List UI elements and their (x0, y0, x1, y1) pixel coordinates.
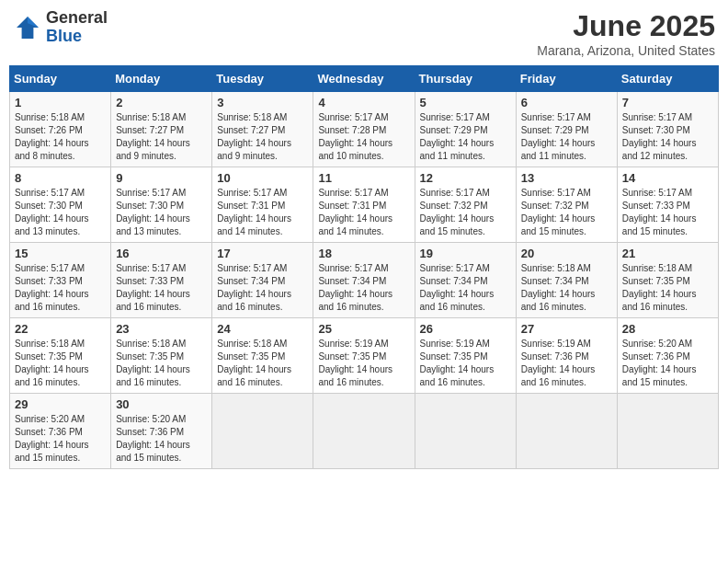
day-cell-14: 14 Sunrise: 5:17 AM Sunset: 7:33 PM Dayl… (617, 167, 718, 243)
day-info: Sunrise: 5:17 AM Sunset: 7:29 PM Dayligh… (521, 111, 612, 163)
day-cell-17: 17 Sunrise: 5:17 AM Sunset: 7:34 PM Dayl… (212, 243, 313, 318)
day-cell-18: 18 Sunrise: 5:17 AM Sunset: 7:34 PM Dayl… (313, 243, 415, 318)
day-info: Sunrise: 5:17 AM Sunset: 7:29 PM Dayligh… (420, 111, 511, 163)
day-info: Sunrise: 5:17 AM Sunset: 7:34 PM Dayligh… (217, 262, 308, 314)
empty-cell (516, 394, 617, 469)
day-number: 18 (318, 247, 409, 260)
day-number: 10 (217, 171, 308, 185)
day-info: Sunrise: 5:19 AM Sunset: 7:35 PM Dayligh… (318, 338, 409, 389)
day-info: Sunrise: 5:17 AM Sunset: 7:31 PM Dayligh… (217, 187, 308, 238)
day-number: 6 (521, 96, 612, 109)
day-info: Sunrise: 5:17 AM Sunset: 7:32 PM Dayligh… (521, 187, 612, 238)
day-info: Sunrise: 5:18 AM Sunset: 7:26 PM Dayligh… (15, 111, 106, 163)
day-cell-7: 7 Sunrise: 5:17 AM Sunset: 7:30 PM Dayli… (617, 92, 718, 167)
day-info: Sunrise: 5:17 AM Sunset: 7:33 PM Dayligh… (116, 262, 207, 314)
day-info: Sunrise: 5:18 AM Sunset: 7:35 PM Dayligh… (15, 338, 106, 389)
day-number: 1 (15, 96, 106, 109)
day-cell-13: 13 Sunrise: 5:17 AM Sunset: 7:32 PM Dayl… (516, 167, 617, 243)
day-info: Sunrise: 5:18 AM Sunset: 7:35 PM Dayligh… (116, 338, 207, 389)
day-cell-16: 16 Sunrise: 5:17 AM Sunset: 7:33 PM Dayl… (111, 243, 212, 318)
header-wednesday: Wednesday (313, 66, 415, 92)
day-info: Sunrise: 5:17 AM Sunset: 7:33 PM Dayligh… (622, 187, 713, 238)
month-title: June 2025 (537, 9, 715, 43)
day-info: Sunrise: 5:18 AM Sunset: 7:35 PM Dayligh… (217, 338, 308, 389)
empty-cell (313, 394, 415, 469)
day-info: Sunrise: 5:17 AM Sunset: 7:33 PM Dayligh… (15, 262, 106, 314)
day-number: 26 (420, 322, 511, 336)
day-cell-23: 23 Sunrise: 5:18 AM Sunset: 7:35 PM Dayl… (111, 318, 212, 394)
day-info: Sunrise: 5:18 AM Sunset: 7:27 PM Dayligh… (217, 111, 308, 163)
week-row-1: 1 Sunrise: 5:18 AM Sunset: 7:26 PM Dayli… (10, 92, 719, 167)
day-info: Sunrise: 5:17 AM Sunset: 7:34 PM Dayligh… (420, 262, 511, 314)
day-number: 27 (521, 322, 612, 336)
title-area: June 2025 Marana, Arizona, United States (537, 9, 715, 58)
logo-icon (13, 13, 42, 42)
day-cell-3: 3 Sunrise: 5:18 AM Sunset: 7:27 PM Dayli… (212, 92, 313, 167)
day-cell-26: 26 Sunrise: 5:19 AM Sunset: 7:35 PM Dayl… (415, 318, 516, 394)
day-cell-19: 19 Sunrise: 5:17 AM Sunset: 7:34 PM Dayl… (415, 243, 516, 318)
day-number: 14 (622, 171, 713, 185)
day-number: 25 (318, 322, 409, 336)
day-number: 11 (318, 171, 409, 185)
day-cell-11: 11 Sunrise: 5:17 AM Sunset: 7:31 PM Dayl… (313, 167, 415, 243)
logo-text: General Blue (46, 9, 108, 46)
location-text: Marana, Arizona, United States (537, 43, 715, 58)
day-number: 7 (622, 96, 713, 109)
calendar-table: Sunday Monday Tuesday Wednesday Thursday… (9, 65, 719, 469)
header-sunday: Sunday (10, 66, 111, 92)
day-number: 2 (116, 96, 207, 109)
day-cell-29: 29 Sunrise: 5:20 AM Sunset: 7:36 PM Dayl… (10, 394, 111, 469)
day-number: 8 (15, 171, 106, 185)
day-cell-25: 25 Sunrise: 5:19 AM Sunset: 7:35 PM Dayl… (313, 318, 415, 394)
day-cell-8: 8 Sunrise: 5:17 AM Sunset: 7:30 PM Dayli… (10, 167, 111, 243)
day-cell-5: 5 Sunrise: 5:17 AM Sunset: 7:29 PM Dayli… (415, 92, 516, 167)
day-number: 17 (217, 247, 308, 260)
header-thursday: Thursday (415, 66, 516, 92)
day-number: 22 (15, 322, 106, 336)
day-info: Sunrise: 5:17 AM Sunset: 7:28 PM Dayligh… (318, 111, 409, 163)
day-cell-27: 27 Sunrise: 5:19 AM Sunset: 7:36 PM Dayl… (516, 318, 617, 394)
logo-blue-text: Blue (46, 28, 108, 46)
header-monday: Monday (111, 66, 212, 92)
day-number: 30 (116, 397, 207, 411)
day-info: Sunrise: 5:20 AM Sunset: 7:36 PM Dayligh… (622, 338, 713, 389)
day-number: 5 (420, 96, 511, 109)
day-number: 29 (15, 397, 106, 411)
day-info: Sunrise: 5:19 AM Sunset: 7:36 PM Dayligh… (521, 338, 612, 389)
day-cell-20: 20 Sunrise: 5:18 AM Sunset: 7:34 PM Dayl… (516, 243, 617, 318)
header-saturday: Saturday (617, 66, 718, 92)
day-cell-1: 1 Sunrise: 5:18 AM Sunset: 7:26 PM Dayli… (10, 92, 111, 167)
day-info: Sunrise: 5:17 AM Sunset: 7:34 PM Dayligh… (318, 262, 409, 314)
day-cell-12: 12 Sunrise: 5:17 AM Sunset: 7:32 PM Dayl… (415, 167, 516, 243)
header-tuesday: Tuesday (212, 66, 313, 92)
page-header: General Blue June 2025 Marana, Arizona, … (9, 9, 719, 58)
day-info: Sunrise: 5:17 AM Sunset: 7:31 PM Dayligh… (318, 187, 409, 238)
day-cell-24: 24 Sunrise: 5:18 AM Sunset: 7:35 PM Dayl… (212, 318, 313, 394)
day-number: 20 (521, 247, 612, 260)
day-cell-6: 6 Sunrise: 5:17 AM Sunset: 7:29 PM Dayli… (516, 92, 617, 167)
day-info: Sunrise: 5:18 AM Sunset: 7:27 PM Dayligh… (116, 111, 207, 163)
day-cell-15: 15 Sunrise: 5:17 AM Sunset: 7:33 PM Dayl… (10, 243, 111, 318)
day-number: 28 (622, 322, 713, 336)
week-row-3: 15 Sunrise: 5:17 AM Sunset: 7:33 PM Dayl… (10, 243, 719, 318)
logo: General Blue (13, 9, 108, 46)
day-cell-21: 21 Sunrise: 5:18 AM Sunset: 7:35 PM Dayl… (617, 243, 718, 318)
empty-cell (415, 394, 516, 469)
empty-cell (212, 394, 313, 469)
day-info: Sunrise: 5:17 AM Sunset: 7:32 PM Dayligh… (420, 187, 511, 238)
day-info: Sunrise: 5:18 AM Sunset: 7:34 PM Dayligh… (521, 262, 612, 314)
day-cell-2: 2 Sunrise: 5:18 AM Sunset: 7:27 PM Dayli… (111, 92, 212, 167)
day-cell-4: 4 Sunrise: 5:17 AM Sunset: 7:28 PM Dayli… (313, 92, 415, 167)
day-number: 15 (15, 247, 106, 260)
day-number: 16 (116, 247, 207, 260)
week-row-2: 8 Sunrise: 5:17 AM Sunset: 7:30 PM Dayli… (10, 167, 719, 243)
day-number: 19 (420, 247, 511, 260)
day-number: 9 (116, 171, 207, 185)
day-number: 21 (622, 247, 713, 260)
day-info: Sunrise: 5:17 AM Sunset: 7:30 PM Dayligh… (116, 187, 207, 238)
day-cell-22: 22 Sunrise: 5:18 AM Sunset: 7:35 PM Dayl… (10, 318, 111, 394)
day-cell-28: 28 Sunrise: 5:20 AM Sunset: 7:36 PM Dayl… (617, 318, 718, 394)
day-cell-9: 9 Sunrise: 5:17 AM Sunset: 7:30 PM Dayli… (111, 167, 212, 243)
day-info: Sunrise: 5:20 AM Sunset: 7:36 PM Dayligh… (15, 413, 106, 465)
day-number: 23 (116, 322, 207, 336)
